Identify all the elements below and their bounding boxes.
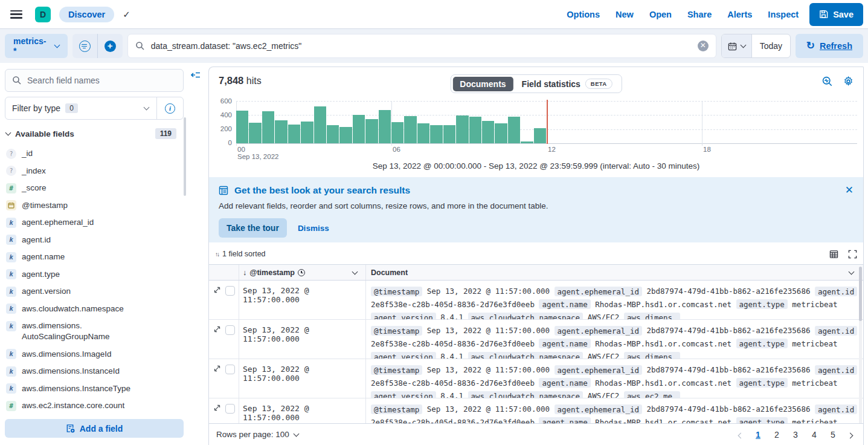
refresh-button[interactable]: ↻ Refresh: [796, 34, 863, 58]
close-icon[interactable]: ✕: [845, 184, 854, 197]
histogram-bar[interactable]: [314, 106, 326, 143]
field-item[interactable]: ?_index: [5, 163, 184, 180]
expand-row-icon[interactable]: [213, 286, 221, 294]
page-number-3[interactable]: 3: [788, 427, 803, 442]
field-item[interactable]: kaws.​dimensions.​ImageId: [5, 346, 184, 363]
field-item[interactable]: ?_id: [5, 145, 184, 163]
histogram-bar[interactable]: [508, 117, 520, 143]
chevron-down-icon[interactable]: [849, 268, 855, 274]
query-input[interactable]: data_stream.dataset: "aws.ec2_metrics" ✕: [127, 34, 716, 58]
histogram-bar[interactable]: [288, 125, 300, 143]
clear-query-icon[interactable]: ✕: [698, 41, 709, 51]
row-document[interactable]: @timestamp Sep 13, 2022 @ 11:57:00.000 a…: [366, 320, 863, 359]
tab-field-statistics[interactable]: Field statistics BETA: [515, 76, 620, 91]
page-number-4[interactable]: 4: [807, 427, 821, 442]
tab-documents[interactable]: Documents: [452, 77, 513, 91]
expand-row-icon[interactable]: [213, 365, 221, 372]
field-item[interactable]: @timestamp: [5, 197, 184, 215]
field-item[interactable]: kagent.​name: [5, 248, 184, 266]
histogram-bar[interactable]: [430, 125, 442, 143]
document-column-header[interactable]: Document: [366, 265, 863, 280]
collapse-sidebar-icon[interactable]: [191, 71, 201, 79]
expand-row-icon[interactable]: [213, 325, 221, 333]
available-fields-header[interactable]: Available fields 119: [5, 128, 184, 139]
field-item[interactable]: kaws.​dimensions.​AutoScalingGroupName: [5, 317, 184, 346]
row-checkbox[interactable]: [225, 286, 235, 296]
histogram-bar[interactable]: [391, 122, 403, 143]
page-number-1[interactable]: 1: [751, 427, 765, 442]
histogram-bar[interactable]: [443, 125, 455, 143]
histogram-bar[interactable]: [236, 111, 248, 143]
saved-query-menu-button[interactable]: [72, 34, 97, 58]
histogram-bar[interactable]: [456, 115, 468, 143]
add-filter-button[interactable]: +: [98, 34, 123, 58]
expand-row-icon[interactable]: [213, 404, 221, 412]
page-number-2[interactable]: 2: [770, 427, 784, 442]
chevron-down-icon[interactable]: [352, 268, 358, 274]
histogram-bar[interactable]: [353, 115, 365, 143]
menu-icon[interactable]: [10, 10, 22, 19]
page-number-5[interactable]: 5: [826, 427, 840, 442]
histogram-bar[interactable]: [301, 122, 313, 143]
options-link[interactable]: Options: [567, 10, 600, 19]
alerts-link[interactable]: Alerts: [727, 10, 752, 19]
share-link[interactable]: Share: [687, 10, 712, 19]
histogram-bar[interactable]: [327, 125, 339, 143]
field-item[interactable]: #_score: [5, 180, 184, 197]
add-field-button[interactable]: Add a field: [5, 419, 184, 438]
histogram-bar[interactable]: [417, 123, 429, 143]
field-item[interactable]: #aws.​ec2.​instance.​core.​count: [5, 397, 184, 415]
info-icon[interactable]: i: [165, 103, 175, 114]
gear-icon[interactable]: [843, 76, 854, 86]
date-range-label[interactable]: Today: [752, 41, 790, 51]
row-checkbox[interactable]: [225, 365, 235, 374]
fullscreen-icon[interactable]: [848, 250, 857, 259]
filter-by-type-select[interactable]: Filter by type 0 i: [5, 97, 184, 120]
field-item[interactable]: kaws.​cloudwatch.​namespace: [5, 300, 184, 318]
field-search-input[interactable]: Search field names: [5, 69, 184, 92]
histogram-bar[interactable]: [404, 116, 416, 144]
field-item[interactable]: kagent.​id: [5, 232, 184, 249]
histogram-bar[interactable]: [339, 127, 352, 143]
field-item[interactable]: kagent.​version: [5, 283, 184, 300]
field-item[interactable]: kaws.​dimensions.​InstanceId: [5, 363, 184, 380]
row-checkbox[interactable]: [225, 325, 235, 335]
dismiss-link[interactable]: Dismiss: [298, 224, 329, 233]
histogram-bar[interactable]: [495, 123, 507, 143]
histogram-bar[interactable]: [379, 110, 391, 143]
sort-fields-button[interactable]: ↑↓ 1 field sorted: [215, 250, 266, 258]
histogram-bar[interactable]: [275, 120, 287, 143]
rows-per-page-button[interactable]: Rows per page: 100: [216, 430, 298, 439]
row-document[interactable]: @timestamp Sep 13, 2022 @ 11:57:00.000 a…: [366, 359, 863, 398]
histogram-plot-area[interactable]: [236, 101, 857, 143]
display-options-icon[interactable]: [829, 250, 838, 259]
timestamp-column-header[interactable]: ↓ @timestamp: [239, 265, 366, 280]
histogram-bar[interactable]: [249, 123, 261, 143]
row-document[interactable]: @timestamp Sep 13, 2022 @ 11:57:00.000 a…: [366, 398, 863, 423]
row-document[interactable]: @timestamp Sep 13, 2022 @ 11:57:00.000 a…: [366, 281, 863, 319]
search-sessions-icon[interactable]: [822, 76, 832, 86]
take-the-tour-button[interactable]: Take the tour: [219, 218, 287, 238]
data-view-picker[interactable]: metrics-*: [5, 34, 68, 58]
histogram-bar[interactable]: [469, 117, 481, 143]
histogram-bar[interactable]: [521, 141, 533, 143]
histogram-bar[interactable]: [534, 128, 546, 143]
sidebar-scrollbar[interactable]: [184, 117, 186, 196]
next-page-icon[interactable]: [844, 430, 856, 440]
field-item[interactable]: kagent.​type: [5, 266, 184, 284]
table-scrollbar[interactable]: [859, 267, 862, 445]
breadcrumb[interactable]: Discover: [59, 7, 114, 22]
open-link[interactable]: Open: [649, 10, 672, 19]
space-avatar[interactable]: D: [35, 7, 51, 22]
date-quick-select-button[interactable]: [722, 34, 752, 57]
field-item[interactable]: kagent.​ephemeral_id: [5, 214, 184, 232]
previous-page-icon[interactable]: [735, 430, 747, 440]
histogram-bar[interactable]: [365, 119, 378, 143]
field-item[interactable]: kaws.​dimensions.​InstanceType: [5, 380, 184, 398]
check-icon[interactable]: ✓: [123, 9, 130, 20]
row-checkbox[interactable]: [225, 404, 235, 414]
inspect-link[interactable]: Inspect: [768, 10, 799, 19]
new-link[interactable]: New: [616, 10, 634, 19]
save-button[interactable]: Save: [809, 3, 863, 26]
histogram-bar[interactable]: [482, 121, 494, 143]
